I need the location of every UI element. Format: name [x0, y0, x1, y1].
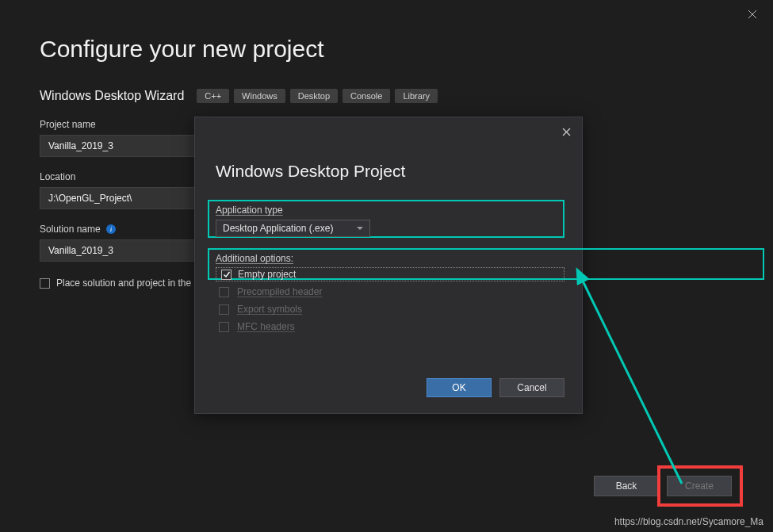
- svg-line-7: [577, 270, 682, 484]
- empty-project-checkbox[interactable]: [221, 270, 232, 280]
- close-icon: [562, 128, 571, 136]
- place-solution-checkbox[interactable]: [40, 278, 50, 289]
- empty-project-label: Empty project: [238, 269, 296, 280]
- subtitle-row: Windows Desktop Wizard C++ Windows Deskt…: [40, 89, 438, 103]
- application-type-label: Application type: [216, 205, 557, 216]
- precompiled-header-checkbox: [219, 287, 229, 297]
- tag-library: Library: [395, 89, 438, 103]
- template-tags: C++ Windows Desktop Console Library: [197, 89, 438, 103]
- checkmark-icon: [223, 270, 231, 278]
- tag-cpp: C++: [197, 89, 229, 103]
- precompiled-header-label: Precompiled header: [237, 286, 322, 297]
- application-type-value: Desktop Application (.exe): [223, 223, 333, 234]
- page-title: Configure your new project: [40, 36, 324, 63]
- additional-options-label: Additional options:: [216, 253, 756, 264]
- precompiled-header-row: Precompiled header: [219, 286, 322, 297]
- annotation-arrow: [563, 246, 721, 492]
- export-symbols-label: Export symbols: [237, 304, 302, 315]
- tag-windows: Windows: [234, 89, 285, 103]
- create-button[interactable]: Create: [667, 476, 732, 496]
- chevron-down-icon: [357, 227, 363, 230]
- dialog-button-row: OK Cancel: [427, 378, 564, 397]
- mfc-headers-checkbox: [219, 322, 229, 332]
- annotation-highlight-additional-options: Additional options: Empty project: [208, 248, 764, 280]
- wizard-button-row: Back Create: [594, 476, 732, 496]
- close-icon: [748, 10, 757, 19]
- tag-desktop: Desktop: [290, 89, 338, 103]
- application-type-dropdown[interactable]: Desktop Application (.exe): [216, 220, 370, 237]
- annotation-highlight-app-type: Application type Desktop Application (.e…: [208, 200, 564, 238]
- export-symbols-row: Export symbols: [219, 304, 322, 315]
- windows-desktop-project-dialog: Windows Desktop Project Application type…: [194, 117, 583, 414]
- ok-button[interactable]: OK: [427, 378, 492, 397]
- project-template-name: Windows Desktop Wizard: [40, 89, 184, 103]
- empty-project-checkbox-row[interactable]: Empty project: [216, 267, 564, 281]
- tag-console: Console: [342, 89, 390, 103]
- back-button[interactable]: Back: [594, 476, 659, 496]
- mfc-headers-label: MFC headers: [237, 321, 295, 332]
- cancel-button[interactable]: Cancel: [499, 378, 564, 397]
- place-solution-label: Place solution and project in the: [56, 277, 191, 289]
- info-icon[interactable]: i: [105, 224, 117, 235]
- solution-name-label-text: Solution name: [40, 224, 101, 235]
- watermark-text: https://blog.csdn.net/Sycamore_Ma: [614, 516, 763, 527]
- window-close-button[interactable]: [746, 8, 759, 21]
- dialog-title: Windows Desktop Project: [216, 162, 582, 181]
- mfc-headers-row: MFC headers: [219, 321, 322, 332]
- export-symbols-checkbox: [219, 304, 229, 315]
- disabled-options-group: Precompiled header Export symbols MFC he…: [219, 286, 322, 332]
- dialog-close-button[interactable]: [560, 125, 572, 138]
